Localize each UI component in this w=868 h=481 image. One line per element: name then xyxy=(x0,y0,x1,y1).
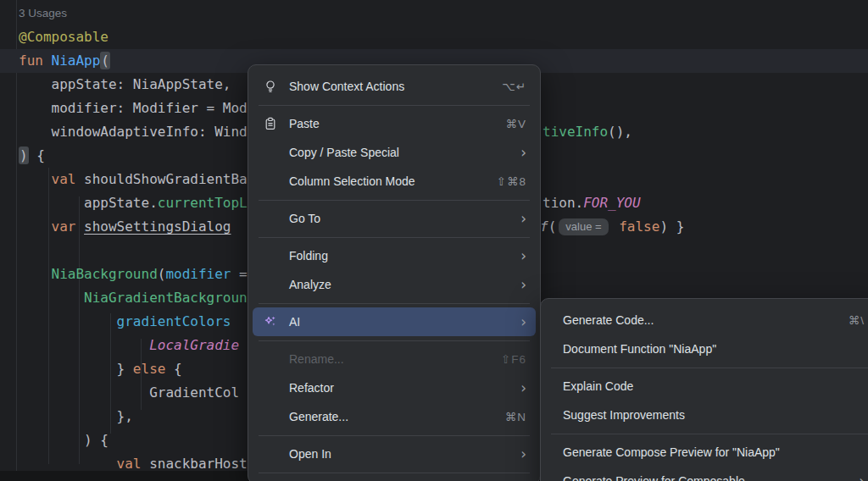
menu-separator xyxy=(259,105,530,106)
editor: 3 Usages@Composablefun NiaApp( appState:… xyxy=(0,0,868,481)
submenu-arrow-icon: › xyxy=(520,447,526,462)
code-token: tion. xyxy=(542,195,583,211)
menu-item-label: Open In xyxy=(289,447,331,461)
code-token xyxy=(611,218,620,235)
menu-item-label: Generate Code... xyxy=(563,313,654,327)
menu-item-rename[interactable]: Rename...⇧F6 xyxy=(253,345,536,373)
menu-item-explain-code[interactable]: Explain Code xyxy=(545,372,868,401)
menu-item-go-to[interactable]: Go To› xyxy=(253,204,536,233)
menu-item-ai[interactable]: AI› xyxy=(253,307,536,336)
menu-item-label: Show Context Actions xyxy=(289,80,404,93)
menu-item-label: Document Function "NiaApp" xyxy=(563,342,716,356)
menu-item-label: Generate... xyxy=(289,410,348,423)
menu-item-label: Column Selection Mode xyxy=(289,174,415,188)
menu-item-shortcut: ⌥↵ xyxy=(502,80,526,93)
menu-item-generate-preview-for-composable[interactable]: Generate Preview for Composable› xyxy=(545,467,868,481)
submenu-arrow-icon: › xyxy=(520,278,526,292)
menu-item-label: Copy / Paste Special xyxy=(289,146,399,159)
menu-separator xyxy=(259,340,530,341)
menu-item-shortcut: ⌘N xyxy=(505,410,526,423)
lightbulb-icon xyxy=(264,80,277,93)
menu-item-label: Paste xyxy=(289,117,320,130)
menu-item-copy-paste-special[interactable]: Copy / Paste Special› xyxy=(253,138,536,167)
menu-separator xyxy=(259,435,530,436)
menu-item-paste[interactable]: Paste⌘V xyxy=(253,109,536,138)
menu-item-generate-compose-preview[interactable]: Generate Compose Preview for "NiaApp" xyxy=(545,438,868,467)
menu-item-document-function[interactable]: Document Function "NiaApp" xyxy=(545,334,868,363)
menu-item-label: Generate Preview for Composable xyxy=(563,474,745,481)
menu-item-label: Go To xyxy=(289,212,320,225)
code-token: f xyxy=(540,218,548,235)
code-token: false xyxy=(619,218,659,235)
context-menu: Show Context Actions⌥↵Paste⌘VCopy / Past… xyxy=(248,64,541,481)
menu-item-label: Analyze xyxy=(289,278,331,291)
menu-item-generate[interactable]: Generate...⌘N xyxy=(253,402,536,431)
menu-item-label: Suggest Improvements xyxy=(563,408,685,422)
menu-item-shortcut: ⌘V xyxy=(505,117,526,130)
menu-item-refactor[interactable]: Refactor› xyxy=(253,373,536,402)
clipboard-icon xyxy=(264,117,277,130)
menu-item-label: Explain Code xyxy=(563,379,633,393)
code-token: (), xyxy=(608,124,632,140)
menu-item-shortcut: ⇧⌘8 xyxy=(497,174,526,188)
menu-item-label: AI xyxy=(289,315,300,329)
menu-separator xyxy=(259,473,530,473)
menu-separator xyxy=(259,303,530,304)
menu-separator xyxy=(259,237,530,238)
menu-item-shortcut: ⌘\ xyxy=(849,313,865,327)
code-fragment[interactable]: tion.FOR_YOU xyxy=(542,191,641,215)
code-token: ) } xyxy=(659,218,684,235)
code-token: tiveInfo xyxy=(542,124,608,140)
menu-item-label: Generate Compose Preview for "NiaApp" xyxy=(563,445,780,459)
submenu-arrow-icon: › xyxy=(520,381,526,395)
submenu-arrow-icon: › xyxy=(520,315,526,329)
code-fragment[interactable]: f(value = false) } xyxy=(540,215,684,239)
submenu-arrow-icon: › xyxy=(520,146,526,160)
submenu-arrow-icon: › xyxy=(859,474,865,481)
menu-item-label: Folding xyxy=(289,249,328,263)
menu-item-analyze[interactable]: Analyze› xyxy=(253,270,536,299)
menu-item-column-selection-mode[interactable]: Column Selection Mode⇧⌘8 xyxy=(253,167,536,196)
parameter-name-hint: value = xyxy=(559,218,608,235)
submenu-arrow-icon: › xyxy=(520,212,526,226)
code-token: ( xyxy=(548,218,557,235)
menu-item-label: Rename... xyxy=(289,352,344,366)
ai-sparkle-icon xyxy=(264,315,277,329)
ai-submenu: Generate Code...⌘\Document Function "Nia… xyxy=(540,298,868,481)
menu-separator xyxy=(551,368,868,368)
menu-item-generate-code[interactable]: Generate Code...⌘\ xyxy=(545,306,868,334)
menu-item-show-context-actions[interactable]: Show Context Actions⌥↵ xyxy=(253,72,536,101)
menu-item-folding[interactable]: Folding› xyxy=(253,241,536,270)
menu-item-suggest-improvements[interactable]: Suggest Improvements xyxy=(545,401,868,429)
menu-separator xyxy=(259,200,530,201)
menu-item-shortcut: ⇧F6 xyxy=(501,352,526,366)
menu-separator xyxy=(551,434,868,434)
menu-item-open-in[interactable]: Open In› xyxy=(253,440,536,468)
submenu-arrow-icon: › xyxy=(520,249,526,263)
code-fragment[interactable]: tiveInfo(), xyxy=(542,120,632,144)
menu-item-label: Refactor xyxy=(289,381,334,395)
code-token: FOR_YOU xyxy=(583,195,640,211)
